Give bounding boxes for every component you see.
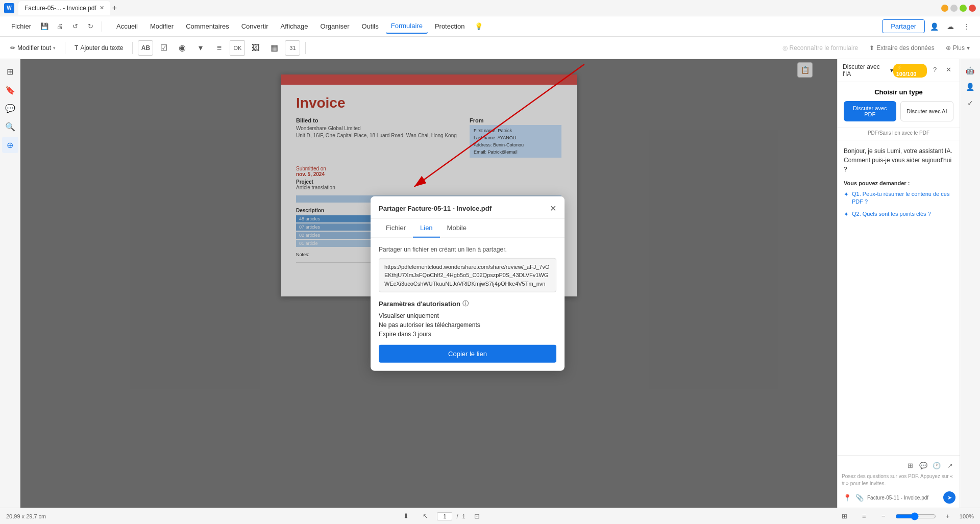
- menu-accueil[interactable]: Accueil: [111, 19, 143, 33]
- ai-greeting: Bonjour, je suis Lumi, votre assistant I…: [844, 146, 953, 174]
- toolbar-sep-1: [65, 42, 65, 54]
- share-button[interactable]: Partager: [882, 19, 925, 33]
- right-panel-user-icon[interactable]: 👤: [963, 80, 977, 94]
- bulb-icon-btn[interactable]: 💡: [472, 19, 486, 34]
- menu-affichage[interactable]: Affichage: [275, 19, 313, 33]
- file-toolbar: Fichier 💾 🖨 ↺ ↻: [6, 19, 105, 34]
- zoom-percent: 100%: [960, 513, 974, 519]
- page-total: 1: [462, 513, 465, 519]
- status-zoom-out-icon[interactable]: −: [876, 509, 891, 524]
- menu-commentaires[interactable]: Commentaires: [181, 19, 234, 33]
- dialog-tabs: Fichier Lien Mobile: [371, 218, 565, 237]
- menu-outils[interactable]: Outils: [357, 19, 384, 33]
- form-date-icon[interactable]: 31: [285, 40, 300, 56]
- status-view-icon[interactable]: ⊞: [837, 509, 852, 524]
- menu-organiser[interactable]: Organiser: [315, 19, 354, 33]
- print-icon-btn[interactable]: 🖨: [53, 19, 67, 34]
- dialog-close-icon[interactable]: ✕: [550, 203, 556, 213]
- ai-discuss-pdf-btn[interactable]: Discuter avec PDF: [844, 101, 896, 121]
- menu-separator-1: [102, 21, 102, 32]
- cloud-upload-icon[interactable]: ☁: [943, 19, 958, 34]
- modifier-chevron: ▾: [53, 45, 56, 51]
- minimize-button[interactable]: [941, 5, 948, 12]
- zoom-slider[interactable]: [895, 512, 936, 520]
- form-image-icon[interactable]: 🖼: [248, 40, 263, 56]
- sidebar-comment-icon[interactable]: 💬: [2, 100, 18, 116]
- page-number-input[interactable]: [437, 512, 452, 520]
- settings-icon[interactable]: ⋮: [960, 19, 974, 34]
- main-content: ⊞ 🔖 💬 🔍 ⊕ 📋 Invoice Billed to Wondershar…: [0, 59, 980, 508]
- restore-button[interactable]: [950, 5, 958, 12]
- extraire-label: Extraire des données: [876, 44, 934, 52]
- sidebar-bookmark-icon[interactable]: 🔖: [2, 82, 18, 98]
- text-icon: T: [75, 44, 78, 52]
- dialog-tab-mobile[interactable]: Mobile: [440, 218, 474, 237]
- ai-discuss-btn[interactable]: Discuter avec l'IA ▾: [843, 63, 893, 78]
- right-panel-check-icon[interactable]: ✓: [963, 96, 977, 110]
- window-controls: [941, 5, 976, 12]
- ai-footer-table-icon[interactable]: ⊞: [904, 460, 916, 471]
- browser-tab[interactable]: Facture-05-... - Invoice.pdf ✕: [18, 1, 110, 15]
- ai-close-icon[interactable]: ✕: [943, 64, 954, 76]
- menu-file[interactable]: Fichier: [6, 19, 36, 33]
- form-check-icon[interactable]: ☑: [156, 40, 172, 56]
- ai-location-icon[interactable]: 📍: [842, 492, 853, 503]
- q1-text: Q1. Peux-tu résumer le contenu de ces PD…: [852, 190, 953, 206]
- copy-link-button[interactable]: Copier le lien: [379, 345, 556, 363]
- menu-protection[interactable]: Protection: [430, 19, 470, 33]
- ai-footer-icons: ⊞ 💬 🕐 ↗: [842, 460, 955, 471]
- status-view2-icon[interactable]: ≡: [856, 509, 872, 524]
- ai-footer-chat-icon[interactable]: 💬: [918, 460, 929, 471]
- ai-choose-type-label: Choisir un type: [844, 88, 953, 96]
- ajouter-texte-btn[interactable]: T Ajouter du texte: [70, 42, 127, 54]
- extraire-icon: ⬆: [869, 44, 874, 52]
- ai-type-buttons: Discuter avec PDF Discuter avec AI: [844, 101, 953, 121]
- save-icon-btn[interactable]: 💾: [37, 19, 52, 34]
- form-ab-icon[interactable]: AB: [138, 40, 153, 56]
- undo-icon-btn[interactable]: ↺: [68, 19, 82, 34]
- right-panel: 🤖 👤 ✓: [960, 59, 980, 508]
- extraire-btn[interactable]: ⬆ Extraire des données: [865, 42, 938, 54]
- modifier-icon: ✏: [10, 44, 15, 52]
- ai-help-icon[interactable]: ?: [929, 64, 941, 76]
- tab-title: Facture-05-... - Invoice.pdf: [24, 5, 96, 12]
- menubar: Fichier 💾 🖨 ↺ ↻ Accueil Modifier Comment…: [0, 16, 980, 37]
- sidebar-layers-icon[interactable]: ⊕: [2, 137, 18, 153]
- form-ok-icon[interactable]: OK: [230, 40, 245, 56]
- status-fit-icon[interactable]: ⊡: [470, 509, 485, 524]
- ai-footer-share-icon[interactable]: ↗: [944, 460, 955, 471]
- right-panel-ai-icon[interactable]: 🤖: [963, 63, 977, 78]
- close-button[interactable]: [969, 5, 976, 12]
- modifier-tout-btn[interactable]: ✏ Modifier tout ▾: [6, 42, 60, 54]
- form-select-icon[interactable]: ▾: [193, 40, 208, 56]
- maximize-button[interactable]: [960, 5, 967, 12]
- add-tab-button[interactable]: +: [112, 4, 117, 13]
- ai-question-1[interactable]: ✦ Q1. Peux-tu résumer le contenu de ces …: [844, 190, 953, 206]
- plus-btn[interactable]: ⊕ Plus ▾: [942, 42, 974, 54]
- ai-footer-clock-icon[interactable]: 🕐: [931, 460, 942, 471]
- user-avatar-icon[interactable]: 👤: [927, 19, 941, 34]
- ai-link-pdf[interactable]: PDF/Sans lien avec le PDF: [838, 128, 960, 140]
- sidebar-search-icon[interactable]: 🔍: [2, 118, 18, 135]
- share-link-box[interactable]: https://pdfelementcloud.wondershare.com/…: [379, 258, 556, 292]
- redo-icon-btn[interactable]: ↻: [83, 19, 97, 34]
- form-list-icon[interactable]: ≡: [211, 40, 227, 56]
- menu-modifier[interactable]: Modifier: [145, 19, 179, 33]
- auth-info-icon[interactable]: ⓘ: [462, 300, 469, 308]
- ai-question-2[interactable]: ✦ Q2. Quels sont les points clés ?: [844, 210, 953, 218]
- sidebar-home-icon[interactable]: ⊞: [2, 63, 18, 80]
- status-cursor-icon[interactable]: ↖: [418, 509, 433, 524]
- dialog-tab-lien[interactable]: Lien: [413, 218, 440, 237]
- ai-send-button[interactable]: ➤: [943, 491, 955, 504]
- menu-convertir[interactable]: Convertir: [236, 19, 274, 33]
- form-barcode-icon[interactable]: ▦: [266, 40, 282, 56]
- ai-attach-icon[interactable]: 📎: [854, 492, 865, 503]
- status-export-icon[interactable]: ⬇: [398, 509, 413, 524]
- ai-discuss-ai-btn[interactable]: Discuter avec AI: [900, 101, 954, 121]
- menu-formulaire[interactable]: Formulaire: [386, 19, 428, 34]
- pdf-viewer-area: 📋 Invoice Billed to Wondershare Global L…: [20, 59, 837, 508]
- dialog-tab-fichier[interactable]: Fichier: [379, 218, 413, 237]
- status-zoom-in-icon[interactable]: +: [940, 509, 955, 524]
- form-radio-icon[interactable]: ◉: [175, 40, 190, 56]
- tab-close-icon[interactable]: ✕: [100, 5, 104, 11]
